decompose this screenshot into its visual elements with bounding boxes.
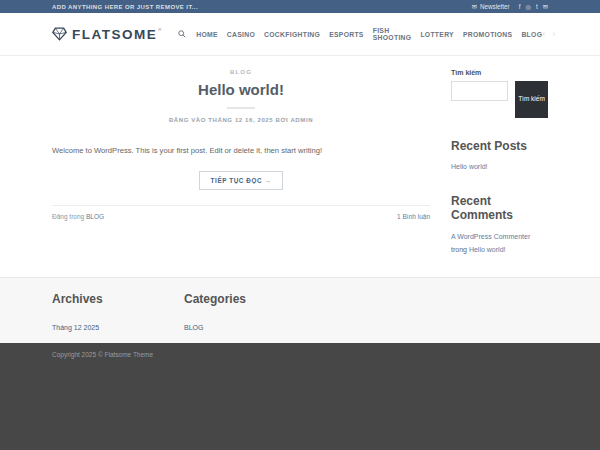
nav-item-lottery[interactable]: LOTTERY [420, 31, 454, 38]
facebook-icon[interactable]: f [519, 3, 521, 10]
post-article: BLOG Hello world! ĐĂNG VÀO THÁNG 12 16, … [52, 56, 430, 220]
copyright-text: Copyright 2025 © Flatsome Theme [52, 343, 548, 358]
nav-item-esports[interactable]: ESPORTS [329, 31, 364, 38]
category-blog-link[interactable]: BLOG [184, 324, 203, 331]
page: ADD ANYTHING HERE OR JUST REMOVE IT... ✉… [0, 0, 600, 450]
newsletter-link[interactable]: ✉ Newsletter [472, 3, 510, 10]
post-meta: ĐĂNG VÀO THÁNG 12 16, 2025 BỞI ADMIN [52, 117, 430, 123]
search-icon[interactable] [178, 30, 186, 38]
search-input[interactable] [451, 81, 508, 101]
recent-posts-title: Recent Posts [451, 139, 548, 153]
main-content: BLOG Hello world! ĐĂNG VÀO THÁNG 12 16, … [0, 56, 600, 277]
archive-month-link[interactable]: Tháng 12 2025 [52, 324, 99, 331]
nav-item-blog[interactable]: BLOG [521, 31, 542, 38]
nav-item-cockfighting[interactable]: COCKFIGHTING [264, 31, 320, 38]
nav-item-fish-shooting[interactable]: FISH SHOOTING [373, 27, 412, 41]
comments-count-link[interactable]: 1 Bình luận [397, 213, 430, 220]
site-logo[interactable]: FLATSOME ® [52, 27, 165, 42]
posted-in-label: Đăng trong [52, 213, 86, 220]
flatsome-logo-icon [52, 27, 67, 41]
nav-item-promotions[interactable]: PROMOTIONS [463, 31, 512, 38]
nav-item-casino[interactable]: CASINO [227, 31, 255, 38]
envelope-icon: ✉ [472, 3, 477, 10]
post-excerpt: Welcome to WordPress. This is your first… [52, 145, 430, 156]
topbar-right: ✉ Newsletter f ◎ t ✉ [472, 3, 548, 10]
comment-author-link[interactable]: A WordPress Commenter [451, 233, 530, 240]
registered-mark: ® [158, 27, 161, 32]
twitter-icon[interactable]: t [536, 3, 538, 10]
title-divider [227, 107, 255, 109]
posted-in: Đăng trong BLOG [52, 213, 104, 220]
search-row: Tìm kiếm [451, 81, 548, 118]
search-label: Tìm kiếm [451, 69, 548, 76]
top-bar: ADD ANYTHING HERE OR JUST REMOVE IT... ✉… [0, 0, 600, 13]
post-footer-meta: Đăng trong BLOG 1 Bình luận [52, 205, 430, 220]
search-submit-button[interactable]: Tìm kiếm [515, 81, 548, 118]
header-chevrons: ‹ › [542, 30, 555, 39]
comment-connector: trong [451, 246, 469, 253]
next-chevron-icon[interactable]: › [552, 30, 555, 39]
logo-text: FLATSOME [72, 27, 157, 42]
nav-item-home[interactable]: HOME [196, 31, 218, 38]
newsletter-label: Newsletter [480, 3, 510, 10]
recent-comment-item: A WordPress Commenter trong Hello world! [451, 231, 548, 257]
social-icons: f ◎ t ✉ [519, 3, 548, 10]
posted-in-category-link[interactable]: BLOG [86, 213, 104, 220]
search-widget: Tìm kiếm Tìm kiếm [451, 69, 548, 118]
archives-title: Archives [52, 292, 184, 306]
post-category-label[interactable]: BLOG [52, 69, 430, 75]
prev-chevron-icon[interactable]: ‹ [542, 30, 545, 39]
post-title: Hello world! [52, 81, 430, 98]
read-more-wrap: TIẾP TỤC ĐỌC → [52, 169, 430, 190]
read-more-button[interactable]: TIẾP TỤC ĐỌC → [199, 171, 284, 190]
site-header: FLATSOME ® HOME CASINO COCKFIGHTING ESPO… [0, 13, 600, 56]
main-nav: HOME CASINO COCKFIGHTING ESPORTS FISH SH… [178, 27, 542, 41]
topbar-message: ADD ANYTHING HERE OR JUST REMOVE IT... [52, 4, 198, 10]
comment-post-link[interactable]: Hello world! [469, 246, 506, 253]
instagram-icon[interactable]: ◎ [525, 3, 531, 10]
recent-comments-title: Recent Comments [451, 194, 548, 222]
footer-widgets: Archives Tháng 12 2025 Categories BLOG [0, 277, 600, 343]
archives-widget: Archives Tháng 12 2025 [52, 292, 184, 334]
sidebar: Tìm kiếm Tìm kiếm Recent Posts Hello wor… [451, 56, 548, 257]
absolute-footer: Copyright 2025 © Flatsome Theme [0, 343, 600, 450]
recent-post-link[interactable]: Hello world! [451, 163, 488, 170]
categories-title: Categories [184, 292, 316, 306]
categories-widget: Categories BLOG [184, 292, 316, 334]
email-icon[interactable]: ✉ [543, 3, 548, 10]
